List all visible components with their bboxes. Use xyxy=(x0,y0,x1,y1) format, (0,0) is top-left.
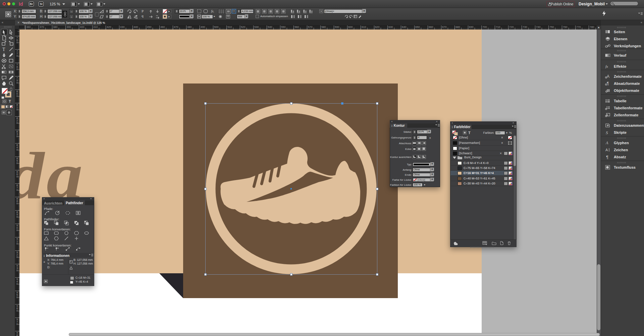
svg-text:A: A xyxy=(607,74,609,79)
svg-text:A: A xyxy=(605,148,608,152)
svg-text:¶: ¶ xyxy=(606,155,608,160)
svg-text:fx: fx xyxy=(605,64,608,68)
svg-text:A: A xyxy=(605,141,608,145)
svg-text:S: S xyxy=(606,130,608,135)
svg-text:T: T xyxy=(2,47,5,52)
svg-text:¶: ¶ xyxy=(607,81,609,86)
